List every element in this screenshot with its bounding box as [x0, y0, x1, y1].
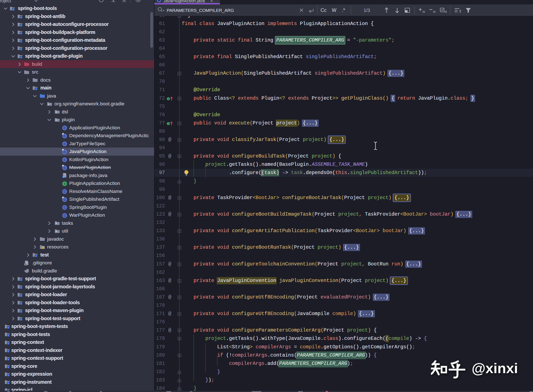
svg-text:I: I — [168, 98, 169, 100]
svg-text:I: I — [168, 122, 169, 125]
